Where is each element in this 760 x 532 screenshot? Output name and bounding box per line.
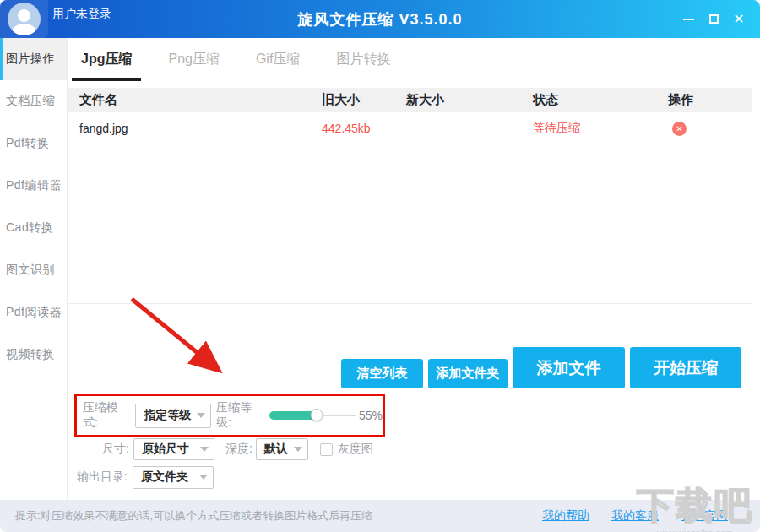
size-select[interactable]: 原始尺寸 <box>133 438 214 460</box>
maximize-icon <box>709 14 719 24</box>
tab-png-compress[interactable]: Png压缩 <box>164 38 223 79</box>
grayscale-checkbox[interactable] <box>320 443 333 456</box>
depth-value: 默认 <box>264 442 288 457</box>
sidebar-item-label: Pdf转换 <box>6 136 50 151</box>
grayscale-label: 灰度图 <box>338 442 373 457</box>
status-tip: 提示:对压缩效果不满意的话,可以换个方式压缩或者转换图片格式后再压缩 <box>15 508 372 524</box>
sidebar-item-label: 文档压缩 <box>6 94 55 109</box>
column-header-filename: 文件名 <box>68 92 322 108</box>
maximize-button[interactable] <box>701 8 726 31</box>
sidebar-item-cad-convert[interactable]: Cad转换 <box>0 207 67 249</box>
compression-level-percent: 55% <box>359 409 383 422</box>
close-button[interactable]: ✕ <box>726 8 752 31</box>
help-link[interactable]: 我的帮助 <box>542 508 589 524</box>
table-empty-area <box>68 144 752 304</box>
sidebar: 图片操作 文档压缩 Pdf转换 Pdf编辑器 Cad转换 图文识别 Pdf阅读器… <box>0 38 68 500</box>
sidebar-item-image-ops[interactable]: 图片操作 <box>0 38 67 80</box>
output-dir-select[interactable]: 原文件夹 <box>133 466 214 489</box>
chevron-down-icon <box>199 475 208 480</box>
compression-mode-select[interactable]: 指定等级 <box>135 404 211 428</box>
output-dir-row: 输出目录: 原文件夹 <box>74 464 214 490</box>
compression-level-label: 压缩等级: <box>216 400 264 431</box>
table-row: fangd.jpg 442.45kb 等待压缩 ✕ <box>68 112 752 144</box>
app-window: 用户未登录 旋风文件压缩 V3.5.0.0 ✕ 图片操作 文档压缩 Pdf转换 … <box>0 0 760 532</box>
table-header-row: 文件名 旧大小 新大小 状态 操作 <box>68 88 752 112</box>
sidebar-item-doc-compress[interactable]: 文档压缩 <box>0 80 67 122</box>
size-label: 尺寸: <box>102 442 129 457</box>
status-links: 我的帮助 我的客服 我的官网 <box>542 508 728 524</box>
main-panel: Jpg压缩 Png压缩 Gif压缩 图片转换 文件名 旧大小 新大小 状态 操作… <box>68 38 760 500</box>
close-icon: ✕ <box>733 13 744 26</box>
add-file-button[interactable]: 添加文件 <box>513 347 625 388</box>
column-header-new-size: 新大小 <box>406 92 533 108</box>
sidebar-item-label: Pdf编辑器 <box>6 178 62 193</box>
annotation-highlight-box: 压缩模式: 指定等级 压缩等级: 55% <box>74 394 385 437</box>
column-header-action: 操作 <box>668 92 752 108</box>
chevron-down-icon <box>197 413 205 418</box>
sidebar-item-label: 图片操作 <box>6 52 55 67</box>
column-header-old-size: 旧大小 <box>322 92 406 108</box>
compression-level-slider[interactable] <box>269 409 356 422</box>
sidebar-item-label: Pdf阅读器 <box>6 305 62 320</box>
minimize-icon <box>683 19 694 20</box>
sidebar-item-label: Cad转换 <box>6 220 53 236</box>
window-title: 旋风文件压缩 V3.5.0.0 <box>0 9 760 30</box>
size-depth-row: 尺寸: 原始尺寸 深度: 默认 灰度图 <box>74 437 373 462</box>
title-bar: 用户未登录 旋风文件压缩 V3.5.0.0 ✕ <box>0 0 760 38</box>
sidebar-item-pdf-convert[interactable]: Pdf转换 <box>0 122 67 165</box>
tab-jpg-compress[interactable]: Jpg压缩 <box>77 38 136 79</box>
slider-thumb[interactable] <box>311 409 323 421</box>
sidebar-item-pdf-editor[interactable]: Pdf编辑器 <box>0 165 67 207</box>
sidebar-item-label: 视频转换 <box>6 347 55 362</box>
depth-label: 深度: <box>225 442 252 457</box>
chevron-down-icon <box>200 447 209 452</box>
tab-bar: Jpg压缩 Png压缩 Gif压缩 图片转换 <box>68 38 760 79</box>
sidebar-item-pdf-reader[interactable]: Pdf阅读器 <box>0 291 67 334</box>
minimize-button[interactable] <box>676 8 701 31</box>
action-buttons: 清空列表 添加文件夹 添加文件 开始压缩 <box>341 347 741 388</box>
customer-service-link[interactable]: 我的客服 <box>611 508 659 524</box>
delete-file-button[interactable]: ✕ <box>672 122 687 136</box>
file-name: fangd.jpg <box>68 122 322 135</box>
file-status: 等待压缩 <box>533 121 668 136</box>
add-folder-button[interactable]: 添加文件夹 <box>428 359 508 388</box>
depth-select[interactable]: 默认 <box>256 438 308 460</box>
sidebar-item-ocr[interactable]: 图文识别 <box>0 249 67 291</box>
chevron-down-icon <box>294 447 302 452</box>
column-header-status: 状态 <box>533 92 668 108</box>
tab-gif-compress[interactable]: Gif压缩 <box>252 38 304 79</box>
tab-image-convert[interactable]: 图片转换 <box>332 38 394 79</box>
sidebar-item-video-convert[interactable]: 视频转换 <box>0 334 67 376</box>
output-dir-label: 输出目录: <box>77 470 128 485</box>
file-old-size: 442.45kb <box>322 122 406 135</box>
file-table: 文件名 旧大小 新大小 状态 操作 fangd.jpg 442.45kb 等待压… <box>68 88 752 304</box>
start-compress-button[interactable]: 开始压缩 <box>630 347 741 388</box>
size-value: 原始尺寸 <box>142 442 189 457</box>
status-bar: 提示:对压缩效果不满意的话,可以换个方式压缩或者转换图片格式后再压缩 我的帮助 … <box>0 500 760 532</box>
compression-mode-value: 指定等级 <box>144 408 191 423</box>
clear-list-button[interactable]: 清空列表 <box>341 359 423 388</box>
official-site-link[interactable]: 我的官网 <box>681 508 728 524</box>
compression-mode-label: 压缩模式: <box>83 400 131 431</box>
sidebar-item-label: 图文识别 <box>6 263 55 278</box>
output-dir-value: 原文件夹 <box>141 470 188 485</box>
window-controls: ✕ <box>676 0 752 38</box>
